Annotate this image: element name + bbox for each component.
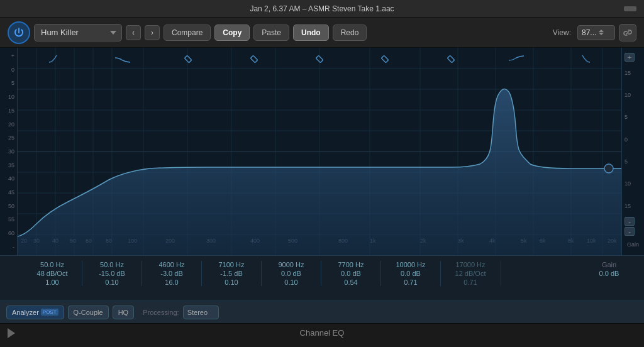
- svg-rect-0: [184, 55, 191, 62]
- filter-handles: [18, 53, 621, 65]
- param-group-2: 50.0 Hz -15.0 dB 0.10: [82, 261, 142, 286]
- window-title: Jan 2, 6.37 AM – ASMR Steven Take 1.aac: [250, 4, 394, 13]
- view-selector[interactable]: 87...: [577, 25, 615, 40]
- title-bar: Jan 2, 6.37 AM – ASMR Steven Take 1.aac: [0, 0, 644, 18]
- param-5-freq[interactable]: 9000 Hz: [279, 261, 304, 268]
- filter-3-handle[interactable]: [179, 53, 197, 65]
- minus-button[interactable]: -: [625, 217, 635, 226]
- footer: Channel EQ: [0, 323, 644, 342]
- param-6-q[interactable]: 0.54: [344, 278, 357, 286]
- processing-label: Processing:: [143, 309, 179, 316]
- params-row: 50.0 Hz 48 dB/Oct 1.00 50.0 Hz -15.0 dB …: [0, 255, 644, 300]
- plus-button[interactable]: +: [625, 53, 635, 62]
- filter-6-handle[interactable]: [376, 53, 394, 65]
- undo-button[interactable]: Undo: [293, 25, 329, 41]
- param-5-gain[interactable]: 0.0 dB: [281, 270, 301, 277]
- svg-rect-4: [447, 55, 454, 62]
- gain-label-param: Gain: [602, 261, 616, 268]
- param-group-3: 4600 Hz -3.0 dB 16.0: [142, 261, 202, 286]
- param-6-gain[interactable]: 0.0 dB: [341, 270, 361, 277]
- param-3-q[interactable]: 16.0: [165, 278, 178, 286]
- param-5-q[interactable]: 0.10: [284, 278, 297, 286]
- gain-label: Gain: [625, 241, 641, 248]
- bottom-toolbar: Analyzer POST Q-Couple HQ Processing: St…: [0, 300, 644, 323]
- filter-9-handle[interactable]: [574, 53, 591, 65]
- param-8-q[interactable]: 0.71: [464, 278, 477, 286]
- eq-curve-svg: 20 30 40 50 60 80 100 200 300 400 500 80…: [18, 48, 621, 255]
- peak-icon-7: [442, 53, 460, 65]
- power-icon: [13, 27, 25, 38]
- param-2-freq[interactable]: 50.0 Hz: [100, 261, 124, 268]
- eq-main[interactable]: 20 30 40 50 60 80 100 200 300 400 500 80…: [18, 48, 621, 255]
- param-3-freq[interactable]: 4600 Hz: [159, 261, 185, 268]
- param-2-q[interactable]: 0.10: [105, 278, 118, 286]
- filter-1-handle[interactable]: [48, 53, 65, 65]
- analyzer-button[interactable]: Analyzer POST: [6, 306, 64, 319]
- param-1-q[interactable]: 1.00: [45, 278, 58, 286]
- param-8-gain[interactable]: 12 dB/Oct: [455, 270, 486, 277]
- paste-button[interactable]: Paste: [253, 25, 289, 41]
- param-group-1: 50.0 Hz 48 dB/Oct 1.00: [23, 261, 82, 286]
- param-3-gain[interactable]: -3.0 dB: [160, 270, 182, 277]
- filter-7-handle[interactable]: [442, 53, 460, 65]
- svg-rect-1: [250, 55, 257, 62]
- filter-2-handle[interactable]: [114, 53, 131, 65]
- link-button[interactable]: [619, 24, 636, 41]
- filter-4-handle[interactable]: [245, 53, 263, 65]
- param-4-q[interactable]: 0.10: [225, 278, 238, 286]
- param-1-gain[interactable]: 48 dB/Oct: [37, 270, 68, 277]
- highshelf-icon: [508, 53, 525, 65]
- gain-value[interactable]: 0.0 dB: [599, 270, 619, 277]
- eq-left-scale: + 0 5 10 15 20 25 30 35 40 45 50 55 60 -: [0, 48, 18, 255]
- param-group-5: 9000 Hz 0.0 dB 0.10: [262, 261, 321, 286]
- redo-button[interactable]: Redo: [333, 25, 367, 41]
- svg-rect-3: [382, 55, 389, 62]
- copy-button[interactable]: Copy: [214, 25, 250, 41]
- param-group-6: 7700 Hz 0.0 dB 0.54: [321, 261, 381, 286]
- minus-button-2[interactable]: -: [625, 227, 635, 236]
- param-4-gain[interactable]: -1.5 dB: [220, 270, 242, 277]
- analyzer-badge: POST: [41, 309, 58, 316]
- power-button[interactable]: [8, 21, 30, 44]
- svg-rect-2: [316, 55, 323, 62]
- param-2-gain[interactable]: -15.0 dB: [99, 270, 125, 277]
- param-group-8: 17000 Hz 12 dB/Oct 0.71: [441, 261, 501, 286]
- window-controls: [624, 6, 636, 11]
- eq-display: + 0 5 10 15 20 25 30 35 40 45 50 55 60 -: [0, 48, 644, 255]
- hq-button[interactable]: HQ: [113, 306, 135, 319]
- processing-select[interactable]: StereoLeftRightMidSide: [183, 306, 219, 319]
- preset-select[interactable]: Hum KillerFlatBass BoostHigh PassLow Pas…: [34, 24, 122, 41]
- gain-param-group: Gain 0.0 dB: [579, 261, 639, 278]
- param-7-q[interactable]: 0.71: [404, 278, 417, 286]
- plugin-title: Channel EQ: [300, 328, 345, 338]
- filter-8-handle[interactable]: [508, 53, 525, 65]
- peak-icon-3: [179, 53, 197, 65]
- param-8-freq[interactable]: 17000 Hz: [455, 261, 485, 268]
- lowshelf-icon: [114, 53, 131, 65]
- filter-5-handle[interactable]: [311, 53, 328, 65]
- compare-button[interactable]: Compare: [164, 25, 211, 41]
- q-couple-button[interactable]: Q-Couple: [68, 306, 109, 319]
- prev-button[interactable]: ‹: [126, 25, 141, 40]
- peak-icon-4: [245, 53, 263, 65]
- param-1-freq[interactable]: 50.0 Hz: [40, 261, 64, 268]
- peak-icon-5: [311, 53, 328, 65]
- eq-right-scale: + 15 10 5 0 5 10 15 - - Gain: [621, 48, 644, 255]
- param-4-freq[interactable]: 7100 Hz: [219, 261, 245, 268]
- param-7-freq[interactable]: 10000 Hz: [396, 261, 425, 268]
- next-button[interactable]: ›: [145, 25, 160, 40]
- param-7-gain[interactable]: 0.0 dB: [401, 270, 421, 277]
- highpass2-icon: [574, 53, 591, 65]
- view-arrows: [599, 30, 604, 35]
- link-icon: [623, 28, 633, 38]
- peak-icon-6: [376, 53, 394, 65]
- toolbar: Hum KillerFlatBass BoostHigh PassLow Pas…: [0, 18, 644, 48]
- view-label: View:: [553, 28, 571, 37]
- play-button[interactable]: [8, 328, 15, 338]
- param-6-freq[interactable]: 7700 Hz: [338, 261, 364, 268]
- svg-point-52: [604, 164, 613, 173]
- minimize-button[interactable]: [624, 6, 636, 11]
- highpass-icon: [48, 53, 65, 65]
- param-group-4: 7100 Hz -1.5 dB 0.10: [202, 261, 262, 286]
- param-group-7: 10000 Hz 0.0 dB 0.71: [381, 261, 441, 286]
